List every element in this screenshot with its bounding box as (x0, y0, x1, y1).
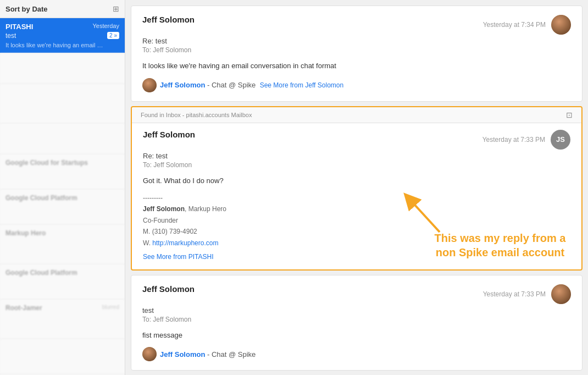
sidebar-list: PITASHI Yesterday test 2 » It looks like… (0, 18, 125, 375)
avatar-3 (551, 284, 571, 304)
sidebar-item-5[interactable]: Google Cloud for Startups (0, 155, 125, 190)
sidebar-item-7[interactable]: Markup Hero (0, 225, 125, 264)
email-timestamp-3: Yesterday at 7:33 PM (483, 290, 546, 298)
sidebar-item-preview: It looks like we're having an email conv… (5, 42, 104, 48)
sidebar-item-4[interactable] (0, 124, 125, 155)
spike-avatar-1 (142, 78, 157, 92)
spike-sender-name-3: Jeff Solomon (160, 350, 205, 359)
email-header-1: Jeff Solomon Yesterday at 7:34 PM (142, 15, 571, 35)
sidebar-item-6[interactable]: Google Cloud Platform (0, 190, 125, 225)
found-in-text: Found in Inbox - pitashi.accounts Mailbo… (141, 112, 252, 118)
sidebar-item-badge: 2 » (107, 32, 119, 39)
email-card-1: Jeff Solomon Yesterday at 7:34 PM Re: te… (131, 5, 583, 102)
email-sender-3: Jeff Solomon (142, 284, 195, 294)
sidebar-item-date: Yesterday (92, 23, 119, 29)
email-to-2: To: Jeff Solomon (143, 161, 570, 169)
see-more-link-1[interactable]: See More from Jeff Solomon (258, 81, 343, 89)
sidebar-sort-label: Sort by Date (5, 5, 48, 13)
sidebar-item-subject: test (5, 32, 16, 40)
email-timestamp-2: Yesterday at 7:33 PM (482, 136, 545, 144)
sig-website-link[interactable]: http://markuphero.com (152, 239, 218, 247)
sidebar: Sort by Date ⊞ PITASHI Yesterday test 2 … (0, 0, 125, 375)
main-content: Jeff Solomon Yesterday at 7:34 PM Re: te… (125, 0, 588, 375)
avatar-1 (551, 15, 571, 35)
spike-sender-name-1: Jeff Solomon (160, 81, 205, 89)
email-card-wrapper-2: Found in Inbox - pitashi.accounts Mailbo… (125, 106, 588, 271)
email-header-3: Jeff Solomon Yesterday at 7:33 PM (142, 284, 571, 304)
email-subject-2: Re: test (143, 152, 570, 160)
email-timestamp-1: Yesterday at 7:34 PM (483, 21, 546, 29)
sidebar-item-8[interactable]: Google Cloud Platform (0, 264, 125, 300)
sort-icon[interactable]: ⊞ (113, 4, 119, 13)
see-more-link-2[interactable]: See More from PITASHI (143, 253, 213, 261)
sidebar-item-9[interactable]: Root-Jamer blurred (0, 300, 125, 339)
email-subject-1: Re: test (142, 37, 571, 45)
email-sender-1: Jeff Solomon (142, 15, 195, 24)
email-to-1: To: Jeff Solomon (142, 46, 571, 54)
sidebar-item-3[interactable] (0, 84, 125, 124)
email-body-3: fist message (142, 330, 571, 341)
spike-avatar-3 (142, 347, 157, 361)
email-sender-2: Jeff Solomon (143, 130, 195, 139)
spike-row-3: Jeff Solomon - Chat @ Spike (142, 347, 571, 361)
sig-name: Jeff Solomon (143, 205, 185, 213)
spike-chat-label-3: - Chat @ Spike (205, 350, 256, 359)
email-subject-3: test (142, 306, 571, 315)
sidebar-item-pitashi[interactable]: PITASHI Yesterday test 2 » It looks like… (0, 18, 125, 53)
email-card-2: Found in Inbox - pitashi.accounts Mailbo… (131, 106, 583, 271)
mailbox-icon: ⊡ (566, 111, 573, 119)
email-signature: --------- Jeff Solomon, Markup Hero Co-F… (143, 192, 570, 249)
found-in-banner: Found in Inbox - pitashi.accounts Mailbo… (132, 107, 581, 123)
email-body-2: Got it. What do I do now? (143, 175, 570, 186)
spike-chat-label-1: - Chat @ Spike (205, 81, 256, 89)
sidebar-item-2[interactable] (0, 53, 125, 84)
email-body-1: It looks like we're having an email conv… (142, 60, 571, 71)
sidebar-item-name: PITASHI (5, 23, 33, 31)
email-card-3: Jeff Solomon Yesterday at 7:33 PM test T… (131, 275, 583, 371)
email-header-2: Jeff Solomon Yesterday at 7:33 PM JS (143, 130, 570, 150)
email-to-3: To: Jeff Solomon (142, 316, 571, 323)
avatar-2: JS (551, 130, 570, 150)
sidebar-item-10[interactable] (0, 339, 125, 374)
sidebar-header: Sort by Date ⊞ (0, 0, 125, 18)
spike-row-1: Jeff Solomon - Chat @ Spike See More fro… (142, 78, 571, 92)
